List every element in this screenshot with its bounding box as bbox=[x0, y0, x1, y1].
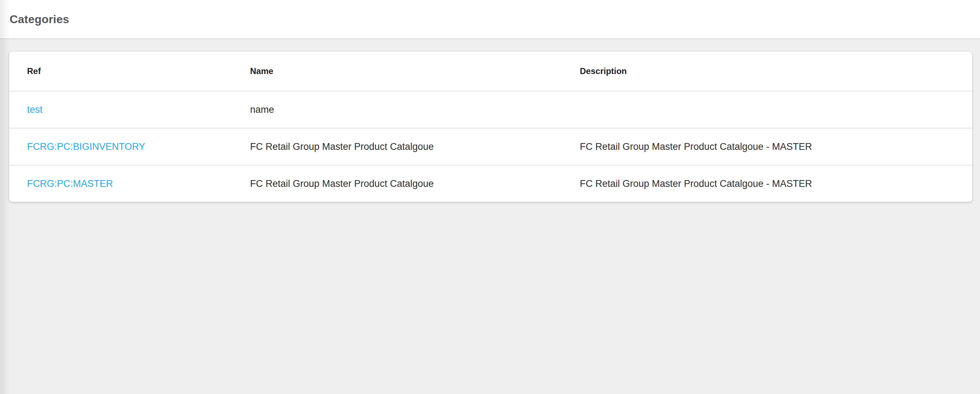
category-name-cell: FC Retail Group Master Product Catalgoue bbox=[250, 178, 580, 189]
column-header-description: Description bbox=[580, 66, 972, 76]
content-area: Ref Name Description test name FCRG:PC:B… bbox=[0, 39, 980, 393]
category-description-cell: FC Retail Group Master Product Catalgoue… bbox=[580, 178, 972, 189]
column-header-ref: Ref bbox=[27, 66, 250, 76]
table-row: FCRG:PC:BIGINVENTORY FC Retail Group Mas… bbox=[9, 128, 972, 165]
categories-card: Ref Name Description test name FCRG:PC:B… bbox=[9, 52, 972, 202]
table-row: test name bbox=[9, 91, 972, 128]
category-name-cell: name bbox=[250, 104, 580, 115]
table-row: FCRG:PC:MASTER FC Retail Group Master Pr… bbox=[9, 165, 972, 202]
page-title: Categories bbox=[10, 13, 69, 26]
category-ref-link[interactable]: FCRG:PC:MASTER bbox=[27, 178, 113, 189]
category-description-cell: FC Retail Group Master Product Catalgoue… bbox=[580, 141, 972, 152]
category-name-cell: FC Retail Group Master Product Catalgoue bbox=[250, 141, 580, 152]
category-ref-link[interactable]: FCRG:PC:BIGINVENTORY bbox=[27, 141, 145, 152]
page-header: Categories bbox=[0, 0, 980, 39]
category-ref-link[interactable]: test bbox=[27, 104, 43, 115]
table-header-row: Ref Name Description bbox=[9, 52, 972, 91]
categories-table: Ref Name Description test name FCRG:PC:B… bbox=[9, 52, 972, 202]
column-header-name: Name bbox=[250, 66, 580, 76]
